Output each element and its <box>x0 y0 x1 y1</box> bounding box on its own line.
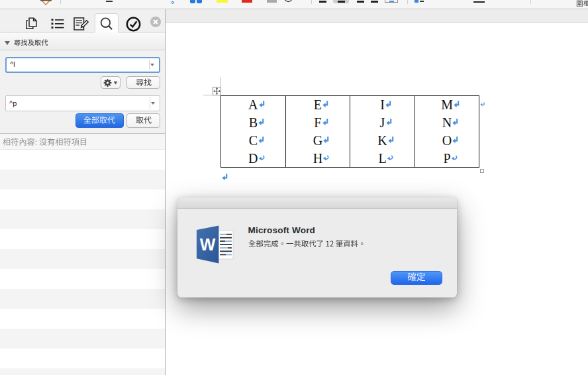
svg-text:W: W <box>199 235 215 254</box>
